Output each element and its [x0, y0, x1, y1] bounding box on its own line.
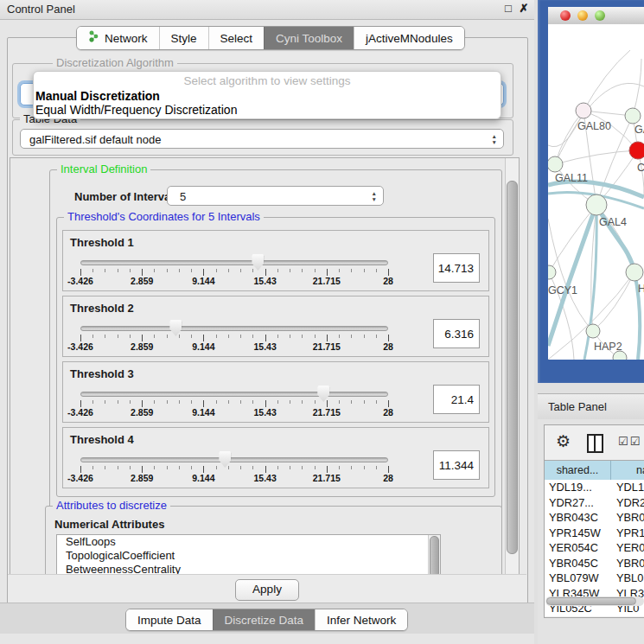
threshold-3-slider[interactable]: -3.426 2.859 9.144 15.43 21.715 28: [80, 388, 388, 418]
tab-impute-data[interactable]: Impute Data: [126, 609, 213, 630]
interval-definition-title: Interval Definition: [57, 163, 150, 175]
threshold-4-box: Threshold 4 -3.426 2.859 9.144 15.43 21.…: [62, 427, 489, 488]
threshold-3-value-input[interactable]: [433, 385, 480, 414]
attributes-scrollbar[interactable]: [428, 535, 440, 575]
table-row[interactable]: YER054CYER0: [545, 540, 644, 556]
attributes-group-title: Attributes to discretize: [53, 500, 170, 512]
window-title: Control Panel: [7, 3, 75, 16]
apply-button[interactable]: Apply: [235, 579, 299, 601]
slider-track[interactable]: [80, 260, 388, 265]
algorithm-option-manual[interactable]: Manual Discretization: [35, 89, 160, 103]
bottom-tab-band: Impute Data Discretize Data Infer Networ…: [0, 603, 534, 634]
table-rows: YDL19...YDL1 YDR27...YDR2 YBR043CYBR0 YP…: [545, 480, 644, 616]
table-data-selected: galFiltered.sif default node: [29, 133, 161, 146]
list-item[interactable]: TopologicalCoefficient: [57, 549, 440, 563]
node-top-right: [625, 108, 641, 124]
table-row[interactable]: YPR145WYPR1: [545, 526, 644, 541]
numerical-attributes-heading: Numerical Attributes: [54, 518, 164, 531]
close-traffic-light[interactable]: [560, 10, 571, 21]
label-gal4: GAL4: [599, 216, 627, 228]
tab-network[interactable]: Network: [77, 27, 159, 49]
threshold-2-slider[interactable]: -3.426 2.859 9.144 15.43 21.715 28: [80, 322, 388, 352]
threshold-4-value-input[interactable]: [433, 450, 480, 480]
tab-style[interactable]: Style: [159, 27, 208, 49]
columns-icon[interactable]: [587, 434, 603, 453]
threshold-2-label: Threshold 2: [70, 302, 134, 315]
slider-ticks: [80, 335, 389, 341]
slider-track[interactable]: [80, 326, 388, 331]
table-panel-title: Table Panel: [548, 400, 607, 413]
slider-ticks: [80, 269, 389, 276]
table-horizontal-scrollbar[interactable]: [545, 596, 644, 606]
network-canvas[interactable]: GAL80 GA C GAL11 GAL4 GCY1 H HAP2: [548, 24, 644, 360]
table-panel-titlebar: Table Panel: [538, 393, 644, 420]
numerical-attributes-list: SelfLoops TopologicalCoefficient Between…: [56, 534, 441, 575]
column-header-name[interactable]: na: [611, 461, 644, 481]
algorithm-dropdown-popup: Select algorithm to view settings Manual…: [33, 71, 501, 119]
thresholds-group: Threshold's Coordinates for 5 Intervals …: [56, 217, 495, 497]
combo-stepper-icon: ▲▼: [372, 190, 377, 202]
gear-icon[interactable]: ⚙: [556, 431, 571, 451]
slider-track[interactable]: [80, 457, 388, 462]
tab-cyni-toolbox[interactable]: Cyni Toolbox: [264, 27, 354, 49]
tab-select[interactable]: Select: [208, 27, 265, 49]
node-red: [629, 142, 644, 159]
algorithm-popup-prompt: Select algorithm to view settings: [34, 74, 501, 87]
discretization-algorithm-title: Discretization Algorithm: [53, 57, 177, 69]
float-window-icon[interactable]: □: [501, 2, 515, 16]
number-of-intervals-value: 5: [180, 190, 186, 203]
tab-infer-network[interactable]: Infer Network: [315, 609, 407, 630]
threshold-4-slider[interactable]: -3.426 2.859 9.144 15.43 21.715 28: [80, 454, 388, 483]
table-row[interactable]: YDL19...YDL1: [545, 480, 644, 495]
threshold-1-slider[interactable]: -3.426 2.859 9.144 15.43 21.715 28: [80, 257, 388, 286]
algorithm-option-equal-width[interactable]: Equal Width/Frequency Discretization: [35, 103, 237, 117]
threshold-2-box: Threshold 2 -3.426 2.859 9.144 15.43 21.…: [62, 296, 489, 357]
bottom-tab-bar: Impute Data Discretize Data Infer Networ…: [125, 609, 408, 631]
threshold-1-value-input[interactable]: [433, 253, 480, 283]
threshold-1-box: Threshold 1 -3.426 2.859 9.144 15.43 21.…: [62, 230, 489, 291]
list-item[interactable]: SelfLoops: [57, 535, 440, 549]
table-data-combobox[interactable]: galFiltered.sif default node ▲▼: [20, 129, 504, 149]
combo-stepper-icon: ▲▼: [492, 133, 497, 145]
control-panel-window: Control Panel □ ✗ Network Style Select C…: [0, 0, 534, 644]
label-c: C: [637, 162, 644, 174]
label-gal11: GAL11: [555, 172, 588, 184]
minimize-traffic-light[interactable]: [577, 10, 588, 21]
tab-discretize-data[interactable]: Discretize Data: [213, 609, 316, 630]
threshold-3-box: Threshold 3 -3.426 2.859 9.144 15.43 21.…: [62, 361, 489, 423]
node-gal80: [576, 103, 591, 118]
label-gal80: GAL80: [577, 120, 611, 132]
column-header-shared-name[interactable]: shared...: [545, 461, 611, 481]
slider-track[interactable]: [80, 392, 388, 397]
zoom-traffic-light[interactable]: [595, 10, 605, 21]
number-of-intervals-label: Number of Intervals: [74, 190, 180, 203]
label-hap2: HAP2: [594, 341, 622, 353]
slider-ticks: [80, 400, 389, 407]
label-ga: GA: [634, 124, 644, 136]
control-panel-titlebar: Control Panel □ ✗: [0, 0, 534, 20]
label-gcy1: GCY1: [548, 284, 577, 296]
node-right-mid: [626, 264, 643, 281]
top-tab-bar: Network Style Select Cyni Toolbox jActiv…: [76, 26, 465, 50]
close-window-icon[interactable]: ✗: [517, 2, 531, 16]
table-row[interactable]: YBR043CYBR0: [545, 510, 644, 526]
node-hap2: [586, 324, 600, 338]
number-of-intervals-combobox[interactable]: 5 ▲▼: [167, 186, 384, 206]
select-checkboxes-icon[interactable]: ☑☑: [618, 435, 641, 448]
settings-scrollpane: Interval Definition Number of Intervals …: [10, 157, 520, 575]
table-row[interactable]: YDR27...YDR2: [545, 495, 644, 511]
table-header-row: shared... na: [545, 460, 644, 481]
apply-bar: Apply: [8, 574, 526, 603]
threshold-2-value-input[interactable]: [433, 319, 480, 348]
table-data-group: Table Data galFiltered.sif default node …: [12, 119, 513, 156]
node-gal4: [586, 194, 607, 215]
tab-jactivemnodules[interactable]: jActiveMNodules: [354, 27, 464, 49]
table-row[interactable]: YBL079WYBL0: [545, 571, 644, 586]
settings-vertical-scrollbar[interactable]: [505, 158, 519, 574]
network-window-titlebar[interactable]: [548, 7, 644, 25]
table-panel-inner: ⚙ ☑☑ shared... na YDL19...YDL1 YDR27...Y…: [544, 424, 644, 618]
network-view-window: GAL80 GA C GAL11 GAL4 GCY1 H HAP2: [538, 0, 644, 383]
list-item[interactable]: BetweennessCentrality: [57, 563, 440, 575]
label-h: H: [638, 283, 644, 295]
table-row[interactable]: YBR045CYBR0: [545, 556, 644, 571]
